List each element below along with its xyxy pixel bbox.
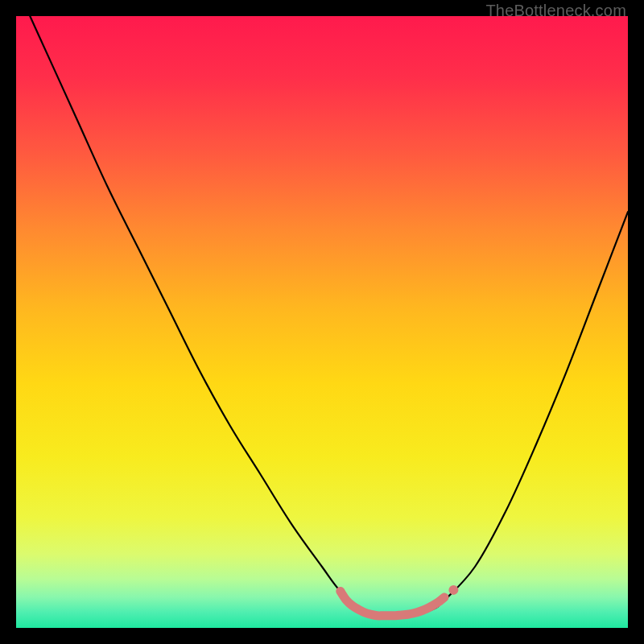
curve-layer	[16, 16, 628, 628]
bottleneck-curve	[16, 16, 628, 616]
chart-frame: TheBottleneck.com	[0, 0, 644, 644]
optimal-segment	[341, 591, 444, 616]
optimal-dot	[448, 585, 458, 595]
plot-area	[16, 16, 628, 628]
watermark-text: TheBottleneck.com	[485, 2, 626, 20]
